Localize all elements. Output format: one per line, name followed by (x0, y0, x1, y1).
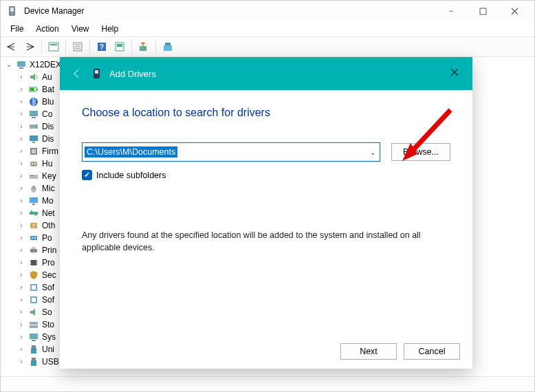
menu-help[interactable]: Help (96, 23, 124, 35)
include-subfolders-checkbox[interactable]: ✓ (82, 170, 92, 180)
svg-rect-36 (30, 175, 38, 179)
svg-rect-26 (32, 117, 36, 118)
svg-rect-65 (30, 325, 38, 328)
software-icon (28, 282, 39, 293)
chevron-right-icon[interactable]: › (17, 281, 25, 294)
svg-rect-32 (32, 149, 36, 153)
svg-rect-7 (50, 44, 57, 45)
menu-file[interactable]: File (5, 23, 29, 35)
chevron-right-icon[interactable]: › (17, 170, 25, 182)
sound-icon (28, 307, 39, 318)
svg-rect-70 (32, 358, 36, 360)
chevron-right-icon[interactable]: › (17, 306, 25, 318)
chevron-right-icon[interactable]: › (17, 133, 25, 145)
security-icon (28, 270, 39, 281)
chevron-right-icon[interactable]: › (17, 219, 25, 232)
chevron-right-icon[interactable]: › (17, 96, 25, 108)
tree-node-label: Sto (42, 318, 54, 331)
chevron-right-icon[interactable]: › (17, 318, 25, 331)
chevron-right-icon[interactable]: › (17, 71, 25, 83)
chevron-right-icon[interactable]: › (17, 244, 25, 257)
chevron-right-icon[interactable]: › (17, 207, 25, 219)
svg-rect-20 (19, 67, 23, 69)
svg-rect-55 (31, 260, 36, 265)
other-icon: ? (28, 220, 39, 231)
tree-node-label: Dis (42, 120, 54, 133)
usb-icon (28, 344, 39, 355)
next-button[interactable]: Next (340, 343, 397, 360)
network-icon (28, 208, 39, 219)
tree-node-label: Firm (42, 145, 58, 157)
menu-view[interactable]: View (66, 23, 95, 35)
scan-button[interactable] (111, 39, 128, 55)
svg-rect-42 (30, 197, 38, 203)
svg-rect-73 (95, 70, 98, 74)
chevron-down-icon[interactable]: ⌄ (5, 58, 13, 71)
keyboard-icon (28, 171, 39, 182)
printer-icon (28, 245, 39, 256)
tree-node-label: Sec (42, 269, 56, 281)
svg-rect-69 (31, 348, 36, 353)
chevron-right-icon[interactable]: › (17, 232, 25, 244)
chevron-right-icon[interactable]: › (17, 145, 25, 157)
software2-icon (28, 294, 39, 305)
chevron-right-icon[interactable]: › (17, 120, 25, 133)
chevron-right-icon[interactable]: › (17, 83, 25, 96)
show-hidden-button[interactable] (45, 39, 62, 55)
chevron-right-icon[interactable]: › (17, 195, 25, 207)
tree-node-label: Sys (42, 331, 56, 343)
browse-button[interactable]: Browse... (391, 143, 450, 161)
dialog-description: Any drivers found at the specified locat… (82, 230, 439, 254)
tree-node-label: Uni (42, 343, 54, 356)
close-button[interactable] (499, 1, 530, 21)
forward-button[interactable] (21, 39, 38, 55)
svg-text:?: ? (100, 43, 104, 51)
cancel-button[interactable]: Cancel (404, 343, 460, 360)
svg-rect-6 (49, 43, 58, 51)
display-icon (28, 133, 39, 144)
mouse-icon (28, 183, 39, 194)
maximize-button[interactable] (467, 1, 499, 21)
svg-rect-43 (32, 204, 35, 205)
firmware-icon (28, 146, 39, 157)
chevron-right-icon[interactable]: › (17, 269, 25, 281)
minimize-button[interactable]: − (435, 1, 467, 21)
tree-node-label: Blu (42, 96, 54, 108)
help-button[interactable]: ? (94, 39, 110, 55)
status-bar (1, 376, 534, 391)
update-driver-button[interactable] (135, 39, 152, 55)
chevron-right-icon[interactable]: › (17, 356, 25, 368)
chevron-right-icon[interactable]: › (17, 294, 25, 306)
bluetooth-icon (28, 96, 39, 107)
tree-node-label: So (42, 306, 52, 318)
svg-rect-45 (31, 210, 32, 212)
svg-text:?: ? (32, 223, 36, 229)
dialog-close-button[interactable] (444, 63, 466, 82)
chevron-down-icon[interactable]: ⌄ (370, 149, 375, 156)
menu-action[interactable]: Action (30, 23, 64, 35)
properties-button[interactable] (69, 39, 86, 55)
svg-rect-22 (36, 89, 38, 90)
audio-icon (28, 72, 39, 83)
chevron-right-icon[interactable]: › (17, 157, 25, 170)
add-driver-button[interactable] (160, 39, 176, 55)
svg-rect-16 (140, 46, 146, 51)
tree-node-label: Mic (42, 182, 55, 195)
svg-rect-44 (30, 212, 38, 215)
chevron-right-icon[interactable]: › (17, 257, 25, 269)
chevron-right-icon[interactable]: › (17, 108, 25, 120)
back-button[interactable] (3, 39, 20, 55)
svg-rect-39 (33, 175, 34, 176)
svg-rect-15 (117, 44, 122, 47)
computer-icon (28, 109, 39, 120)
svg-rect-66 (30, 334, 38, 339)
svg-point-50 (32, 237, 33, 239)
back-icon[interactable] (69, 66, 85, 81)
chevron-right-icon[interactable]: › (17, 331, 25, 343)
svg-rect-17 (164, 45, 172, 51)
path-combobox[interactable]: C:\Users\M\Documents ⌄ (82, 142, 380, 162)
chevron-right-icon[interactable]: › (17, 182, 25, 195)
svg-point-51 (34, 237, 36, 239)
chevron-right-icon[interactable]: › (17, 343, 25, 356)
monitor-icon (28, 195, 39, 206)
